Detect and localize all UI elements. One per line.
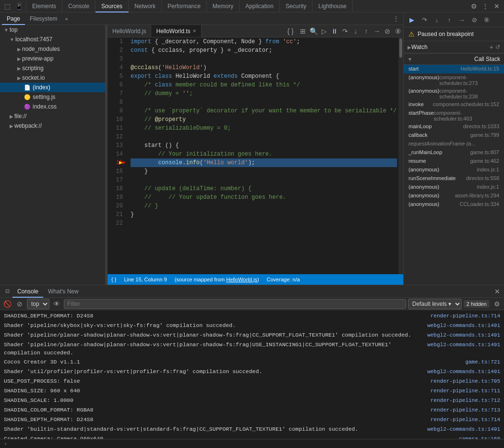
source-map-link[interactable]: HelloWorld.js	[226, 277, 257, 282]
log-source[interactable]: render-pipeline.ts:714	[431, 312, 500, 320]
tree-item-index_css[interactable]: 🟣index.css	[0, 102, 105, 111]
close-bottom-panel-btn[interactable]: ✕	[492, 287, 502, 296]
call-stack-item[interactable]: resumegame.ts:462	[404, 157, 504, 166]
device-toggle-icon[interactable]: 📱	[13, 1, 24, 12]
editor-scrollbar[interactable]	[398, 37, 403, 274]
step-over-btn2[interactable]: ↷	[419, 14, 430, 25]
close-devtools-icon[interactable]: ✕	[492, 1, 502, 12]
step-out-btn[interactable]: ↑	[361, 26, 372, 36]
tab-security[interactable]: Security	[280, 0, 312, 12]
add-watch-icon[interactable]: +	[490, 43, 493, 51]
step-into-btn2[interactable]: ↓	[432, 14, 442, 25]
inspect-icon[interactable]: ⬚	[2, 1, 12, 12]
tree-item-webpack___[interactable]: ▶ webpack://	[0, 121, 105, 131]
call-stack-item[interactable]: (anonymous)CCLoader.ts:334	[404, 200, 504, 209]
deactivate-breakpoints-btn[interactable]: ⊘	[382, 26, 393, 36]
log-source[interactable]: webgl2-commands.ts:1491	[427, 368, 500, 376]
tab-whats-new[interactable]: What's New	[43, 285, 84, 298]
more-tabs-icon[interactable]: »	[62, 16, 71, 22]
pause-exceptions-btn2[interactable]: ⑧	[481, 14, 492, 25]
tree-item-file___[interactable]: ▶ file://	[0, 111, 105, 121]
watch-header[interactable]: ▶ Watch + ↺	[404, 41, 504, 53]
tab-memory[interactable]: Memory	[207, 0, 240, 12]
tree-item-localhost_7457[interactable]: ▼ localhost:7457	[0, 35, 105, 44]
tab-performance[interactable]: Performance	[162, 0, 207, 12]
call-stack-item[interactable]: (anonymous)component-scheduler.ts:273	[404, 73, 504, 87]
step-out-btn2[interactable]: ↑	[444, 14, 455, 25]
console-content[interactable]: SHADING_DEPTH_FORMAT: D24S8render-pipeli…	[0, 310, 504, 439]
eye-icon[interactable]: 👁	[51, 299, 62, 309]
tab-elements[interactable]: Elements	[26, 0, 62, 12]
toggle-console-icon[interactable]: ⊡	[2, 286, 12, 297]
tab-console[interactable]: Console	[12, 285, 43, 298]
log-source[interactable]: webgl2-commands.ts:1491	[427, 331, 500, 339]
tab-application[interactable]: Application	[240, 0, 280, 12]
search-code-icon[interactable]: 🔍	[308, 26, 319, 36]
pause-on-exceptions-btn[interactable]: ⑧	[393, 26, 403, 36]
console-input[interactable]	[10, 440, 500, 447]
call-stack-item[interactable]: startHelloWorld.ts:15	[404, 65, 504, 73]
refresh-watch-icon[interactable]: ↺	[495, 44, 500, 50]
call-stack-item[interactable]: (anonymous)index.js:1	[404, 183, 504, 192]
call-stack-item[interactable]: (anonymous)index.js:1	[404, 166, 504, 174]
tab-filesystem[interactable]: Filesystem	[25, 12, 62, 25]
call-stack-item[interactable]: (anonymous)asset-library.ts:294	[404, 192, 504, 200]
tree-item-_index_[interactable]: 📄(index)	[0, 83, 105, 92]
pause-btn[interactable]: ⏸	[329, 26, 340, 36]
call-stack-item[interactable]: runSceneImmediatedirector.ts:558	[404, 174, 504, 183]
tree-item-scripting[interactable]: ▶ scripting	[0, 63, 105, 73]
log-source[interactable]: render-pipeline.ts:713	[431, 406, 500, 414]
log-source[interactable]: webgl2-commands.ts:1491	[427, 322, 500, 330]
settings-icon[interactable]: ⚙	[468, 1, 479, 12]
tab-network[interactable]: Network	[129, 0, 162, 12]
editor-tab-helloworldts[interactable]: HelloWorld.ts ✕	[151, 25, 201, 37]
more-icon[interactable]: ⋮	[480, 1, 491, 12]
call-stack-item[interactable]: invokecomponent-scheduler.ts:152	[404, 100, 504, 109]
step-over-btn[interactable]: ↷	[340, 26, 350, 36]
call-stack-item[interactable]: requestAnimationFrame (a...	[404, 140, 504, 148]
tab-page[interactable]: Page	[2, 12, 25, 25]
log-level-select[interactable]: Default levels ▾	[408, 299, 462, 309]
tree-item-top[interactable]: ▼ top	[0, 25, 105, 35]
tab-sources[interactable]: Sources	[96, 0, 129, 12]
clear-console-btn[interactable]: 🚫	[2, 299, 12, 309]
console-filter-input[interactable]	[64, 299, 406, 309]
tree-item-socket_io[interactable]: ▶ socket.io	[0, 73, 105, 83]
tree-item-node_modules[interactable]: ▶ node_modules	[0, 44, 105, 54]
log-source[interactable]: render-pipeline.ts:705	[431, 377, 500, 386]
scroll-thumb[interactable]	[399, 38, 402, 58]
format-icon[interactable]: { }	[285, 26, 296, 36]
call-stack-item[interactable]: _runMainLoopgame.ts:807	[404, 148, 504, 157]
log-source[interactable]: game.ts:721	[465, 358, 500, 366]
deactivate-breakpoints-btn2[interactable]: ⊘	[469, 14, 480, 25]
tree-item-preview_app[interactable]: ▶ preview-app	[0, 54, 105, 63]
snippet-icon[interactable]: ▷	[319, 26, 329, 36]
tab-console[interactable]: Console	[62, 0, 96, 12]
console-options-icon[interactable]: ⚙	[492, 299, 502, 309]
call-stack-item[interactable]: (anonymous)component-scheduler.ts:238	[404, 87, 504, 100]
tree-item-setting_js[interactable]: 🟡setting.js	[0, 92, 105, 102]
format-label[interactable]: { }	[111, 277, 116, 282]
pretty-print-icon[interactable]: ⊞	[298, 26, 308, 36]
callstack-header[interactable]: ▼ Call Stack	[404, 54, 504, 65]
step-btn2[interactable]: →	[456, 14, 467, 25]
code-editor[interactable]: 12345678910111213141516171819202122 impo…	[108, 37, 398, 274]
code-content[interactable]: import { _decorator, Component, Node } f…	[127, 37, 398, 274]
log-source[interactable]: render-pipeline.ts:711	[431, 387, 500, 395]
log-source[interactable]: render-pipeline.ts:714	[431, 416, 500, 424]
console-settings-icon[interactable]: ⊘	[14, 299, 25, 309]
log-source[interactable]: render-pipeline.ts:712	[431, 397, 500, 405]
call-stack-item[interactable]: mainLoopdirector.ts:1033	[404, 122, 504, 131]
call-stack-item[interactable]: startPhasecomponent-scheduler.ts:463	[404, 109, 504, 122]
sync-icon[interactable]: ⋮	[391, 13, 401, 24]
log-source[interactable]: webgl2-commands.ts:1491	[427, 425, 500, 434]
resume-btn[interactable]: ▶	[407, 14, 417, 25]
step-into-btn[interactable]: ↓	[350, 26, 361, 36]
step-btn[interactable]: →	[372, 26, 382, 36]
close-tab-icon[interactable]: ✕	[192, 28, 196, 34]
log-source[interactable]: webgl2-commands.ts:1491	[427, 341, 500, 349]
context-select[interactable]: top	[27, 299, 49, 309]
call-stack-item[interactable]: callbackgame.ts:799	[404, 131, 504, 140]
hidden-count[interactable]: 2 hidden	[464, 300, 490, 308]
tab-lighthouse[interactable]: Lighthouse	[312, 0, 353, 12]
